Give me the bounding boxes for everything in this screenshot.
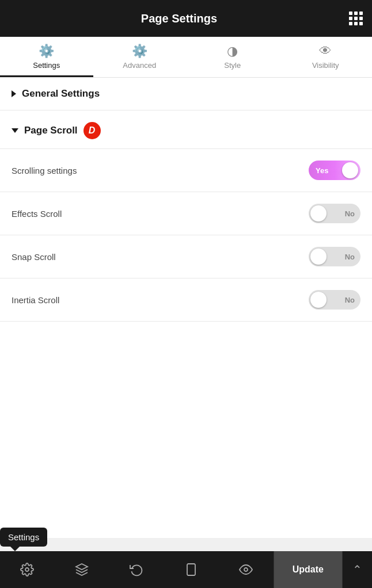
content-area: General Settings Page Scroll D Scrolling… [0,78,372,538]
tab-style-label: Style [224,61,241,70]
bottom-bar: Update ⌃ [0,551,372,588]
toggle-state-text: Yes [316,166,328,175]
scrolling-settings-toggle[interactable]: Yes [309,161,360,180]
eye-svg [239,563,253,576]
tab-settings-label: Settings [33,61,60,70]
snap-scroll-toggle[interactable]: No [309,247,360,266]
responsive-icon[interactable] [164,551,219,588]
history-icon[interactable] [109,551,164,588]
update-label: Update [293,564,324,575]
history-svg [130,563,143,576]
tooltip-label: Settings [8,532,39,542]
update-button[interactable]: Update [274,551,342,588]
svg-point-0 [25,568,29,571]
tab-advanced-label: Advanced [123,61,156,70]
layers-icon[interactable] [55,551,109,588]
effects-scroll-toggle[interactable]: No [309,204,360,223]
gear-bottom-icon[interactable] [0,551,55,588]
inertia-scroll-row: Inertia Scroll No [0,278,372,322]
tab-visibility-label: Visibility [312,61,339,70]
page-title: Page Settings [141,12,217,25]
inertia-scroll-label: Inertia Scroll [12,295,59,305]
toggle-knob [310,205,327,222]
settings-tooltip: Settings [0,528,47,547]
chevron-up-icon: ⌃ [352,563,362,576]
snap-scroll-label: Snap Scroll [12,252,56,262]
effects-scroll-row: Effects Scroll No [0,192,372,235]
effects-scroll-label: Effects Scroll [12,209,62,219]
toggle-state-text: No [345,296,355,304]
toggle-knob [310,292,327,308]
settings-svg [20,563,34,576]
page-scroll-header[interactable]: Page Scroll D [0,110,372,149]
general-settings-header[interactable]: General Settings [0,78,372,110]
advanced-icon: ⚙️ [132,44,147,59]
scrolling-settings-row: Scrolling settings Yes [0,149,372,192]
responsive-svg [184,563,198,576]
page-scroll-title: Page Scroll [24,125,78,136]
tab-visibility[interactable]: 👁 Visibility [279,37,373,77]
chevron-right-icon [12,90,16,97]
svg-rect-2 [187,564,195,575]
chevron-down-icon [12,128,18,133]
tabs-bar: ⚙️ Settings ⚙️ Advanced ◑ Style 👁 Visibi… [0,37,372,78]
toggle-knob [310,249,327,265]
eye-bottom-icon[interactable] [219,551,274,588]
scrolling-settings-label: Scrolling settings [12,166,77,175]
toggle-state-text: No [345,209,355,218]
grid-icon[interactable] [349,12,363,25]
tab-advanced[interactable]: ⚙️ Advanced [93,37,187,77]
snap-scroll-row: Snap Scroll No [0,235,372,278]
inertia-scroll-toggle[interactable]: No [309,290,360,310]
header: Page Settings [0,0,372,37]
svg-marker-1 [76,564,88,570]
bottom-icons [0,551,274,588]
svg-point-4 [244,568,248,571]
d-badge-icon: D [83,122,101,139]
toggle-knob [342,162,358,178]
toggle-state-text: No [345,253,355,261]
chevron-up-button[interactable]: ⌃ [342,551,372,588]
layers-svg [75,563,89,576]
tab-style[interactable]: ◑ Style [186,37,279,77]
tab-settings[interactable]: ⚙️ Settings [0,37,93,77]
visibility-icon: 👁 [319,44,332,59]
style-icon: ◑ [227,44,238,59]
general-settings-title: General Settings [22,88,100,100]
settings-icon: ⚙️ [39,44,54,59]
